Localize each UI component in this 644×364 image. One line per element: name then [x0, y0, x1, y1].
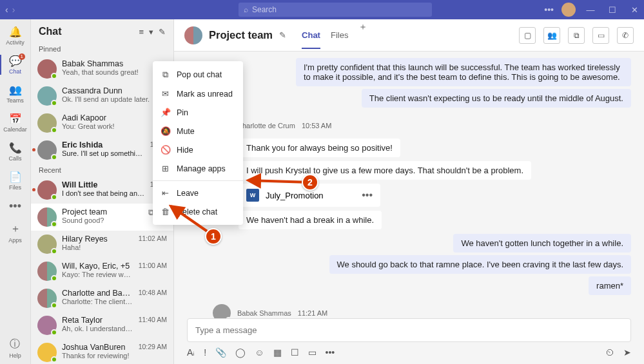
tab-files[interactable]: Files [331, 21, 348, 49]
menu-item-label: Mute [177, 127, 195, 136]
context-menu-item[interactable]: 📌Pin [153, 103, 243, 122]
calendar-icon: 📅 [9, 113, 22, 125]
menu-item-icon: 📌 [161, 108, 170, 117]
close-icon[interactable]: ✕ [627, 5, 641, 15]
chat-list-item[interactable]: Joshua VanBurenThanks for reviewing!10:2… [31, 339, 173, 364]
chat-time: 11:00 AM [139, 262, 167, 269]
menu-item-label: Mark as unread [177, 90, 233, 99]
chat-list-item[interactable]: Will, Kayo, Eric, +5Kayo: The review wen… [31, 258, 173, 285]
unread-badge: 1 [19, 53, 25, 60]
conversation-avatar [184, 26, 202, 44]
profile-avatar[interactable] [561, 3, 576, 17]
chat-list-item[interactable]: Reta TaylorAh, ok. I understand now.11:4… [31, 312, 173, 339]
sticker-icon[interactable]: ☐ [291, 347, 299, 358]
chat-name: Eric Ishida [62, 140, 145, 149]
chat-list-item[interactable]: Will LittleI don't see that being an iss… [31, 177, 173, 204]
conversation-header: Project team ✎ Chat Files ＋ ▢ 👥 ⧉ ▭ ✆ [174, 19, 644, 52]
search-icon: ⌕ [244, 5, 248, 14]
chat-preview: Charlotte: The client was pretty happy w… [62, 298, 133, 305]
rail-calls[interactable]: 📞 Calls [0, 142, 30, 162]
message-bubble: ramen* [589, 276, 631, 295]
help-icon: ⓘ [10, 338, 20, 351]
settings-more-icon[interactable]: ••• [544, 5, 554, 15]
chat-list-item[interactable]: Aadi KapoorYou: Great work! [31, 110, 173, 137]
chevron-down-icon[interactable]: ▾ [149, 27, 153, 37]
search-box[interactable]: ⌕ Search [239, 3, 432, 17]
avatar [37, 86, 57, 106]
chat-preview: Haha! [62, 244, 133, 251]
nav-back-icon[interactable]: ‹ [5, 5, 8, 15]
chat-name: Charlotte and Babak [62, 289, 133, 298]
tab-chat[interactable]: Chat [302, 21, 320, 49]
priority-icon[interactable]: ! [204, 347, 206, 358]
more-compose-icon[interactable]: ••• [326, 347, 335, 358]
video-call-icon[interactable]: ▭ [592, 27, 609, 44]
message-time: 11:21 AM [298, 309, 327, 317]
menu-item-icon: 🚫 [161, 145, 170, 155]
chat-list-item[interactable]: Charlotte and BabakCharlotte: The client… [31, 285, 173, 312]
chat-preview: Yeah, that sounds great! [62, 68, 167, 76]
send-icon[interactable]: ➤ [623, 347, 631, 358]
attach-icon[interactable]: 📎 [215, 347, 226, 358]
nav-fwd-icon[interactable]: › [12, 5, 15, 15]
meet-icon[interactable]: ▭ [308, 347, 317, 358]
message-input[interactable]: Type a message [187, 318, 631, 342]
menu-item-label: Leave [177, 189, 199, 198]
rail-help[interactable]: ⓘ Help [9, 338, 21, 359]
file-more-icon[interactable]: ••• [362, 189, 373, 201]
menu-item-label: Pop out chat [177, 70, 222, 79]
context-menu-item[interactable]: ⧉Pop out chat [153, 65, 243, 84]
teams-icon: 👥 [9, 84, 22, 96]
share-screen-icon[interactable]: ▢ [519, 27, 536, 44]
chat-list-item[interactable]: Cassandra DunnOk. I'll send an update la… [31, 82, 173, 110]
edit-name-icon[interactable]: ✎ [279, 30, 286, 40]
loop-icon[interactable]: ◯ [235, 347, 246, 358]
chat-list-item[interactable]: Hilary ReyesHaha!11:02 AM [31, 231, 173, 258]
context-menu-item[interactable]: ⊞Manage apps [153, 159, 243, 178]
menu-item-icon: 🔕 [161, 126, 170, 136]
add-tab-icon[interactable]: ＋ [358, 21, 367, 49]
message-bubble: Thank you for always being so positive! [239, 139, 400, 157]
context-menu-item[interactable]: ✉Mark as unread [153, 84, 243, 103]
rail-more-icon[interactable]: ••• [9, 200, 21, 213]
files-icon: 📄 [9, 171, 22, 183]
audio-call-icon[interactable]: ✆ [617, 27, 634, 44]
add-people-icon[interactable]: 👥 [543, 27, 560, 44]
maximize-icon[interactable]: ☐ [605, 5, 620, 15]
avatar [37, 316, 57, 335]
context-menu-item[interactable]: 🚫Hide [153, 140, 243, 159]
new-chat-icon[interactable]: ✎ [159, 27, 166, 37]
chat-list-item[interactable]: Project teamSound good?⧉••• [31, 204, 173, 231]
chat-preview: I don't see that being an issue. Can you… [62, 189, 145, 197]
schedule-send-icon[interactable]: ⏲ [605, 347, 614, 358]
gif-icon[interactable]: ▦ [273, 347, 282, 358]
chat-list-item[interactable]: Babak ShammasYeah, that sounds great! [31, 55, 173, 82]
context-menu-item[interactable]: 🔕Mute [153, 122, 243, 140]
minimize-icon[interactable]: — [583, 5, 598, 15]
rail-teams[interactable]: 👥 Teams [0, 84, 30, 104]
rail-files[interactable]: 📄 Files [0, 171, 30, 191]
chat-time: 11:40 AM [139, 316, 167, 323]
unread-dot [32, 188, 35, 191]
menu-item-icon: ⇤ [161, 188, 170, 198]
emoji-icon[interactable]: ☺ [255, 347, 264, 358]
filter-icon[interactable]: ≡ [139, 27, 144, 37]
avatar [37, 289, 57, 308]
format-icon[interactable]: Aᵢ [187, 347, 195, 358]
avatar [37, 235, 57, 254]
popout-icon[interactable]: ⧉ [568, 27, 585, 44]
rail-activity[interactable]: 🔔 Activity [0, 26, 30, 46]
unread-dot [32, 148, 35, 151]
rail-apps[interactable]: ＋ Apps [0, 222, 30, 244]
chat-name: Project team [62, 207, 143, 216]
menu-item-label: Hide [177, 146, 193, 155]
avatar [37, 140, 57, 160]
message-time: 10:53 AM [302, 122, 331, 129]
rail-chat[interactable]: 1 💬 Chat [0, 55, 30, 75]
message-bubble: The client wasn't expecting us to be rea… [362, 89, 631, 108]
rail-calendar[interactable]: 📅 Calendar [0, 113, 30, 133]
svg-line-1 [248, 180, 309, 182]
separator [153, 180, 243, 181]
chat-list-item[interactable]: Eric IshidaSure. I'll set up something f… [31, 137, 173, 164]
avatar [37, 207, 57, 227]
